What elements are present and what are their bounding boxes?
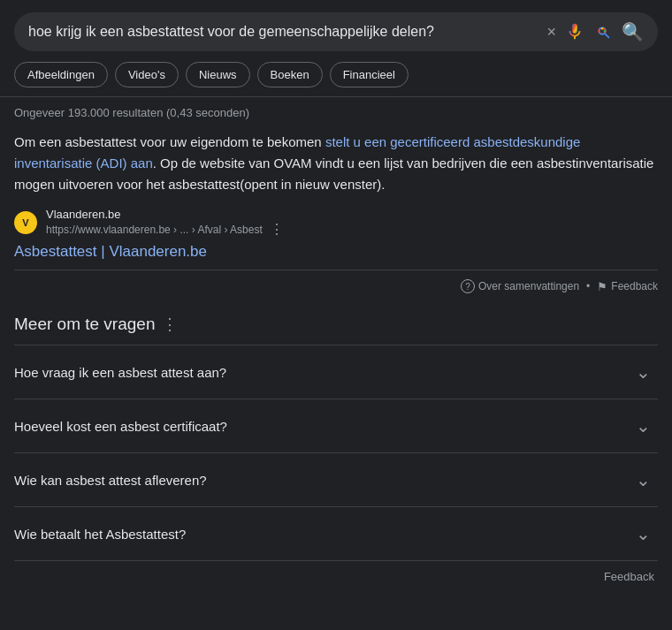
faq-item-4[interactable]: Wie betaalt het Asbestattest? ⌄ bbox=[14, 506, 658, 561]
bottom-feedback-text: Feedback bbox=[604, 570, 654, 583]
source-info: Vlaanderen.be https://www.vlaanderen.be … bbox=[46, 208, 284, 238]
source-row: V Vlaanderen.be https://www.vlaanderen.b… bbox=[14, 208, 658, 238]
snippet-text-before: Om een asbestattest voor uw eigendom te … bbox=[14, 134, 325, 149]
tab-financieel[interactable]: Financieel bbox=[330, 62, 409, 87]
svg-line-4 bbox=[605, 34, 608, 37]
source-url: https://www.vlaanderen.be › ... › Afval … bbox=[46, 221, 284, 238]
featured-snippet: Om een asbestattest voor uw eigendom te … bbox=[14, 132, 658, 195]
bottom-feedback-button[interactable]: Feedback bbox=[14, 561, 658, 592]
feedback-inline-text: Feedback bbox=[611, 280, 658, 292]
clear-search-icon[interactable]: × bbox=[546, 23, 556, 42]
tab-videos[interactable]: Video's bbox=[115, 62, 179, 87]
faq-question-4: Wie betaalt het Asbestattest? bbox=[14, 527, 186, 542]
search-submit-icon[interactable]: 🔍 bbox=[622, 21, 644, 42]
help-icon: ? bbox=[461, 279, 475, 293]
filter-tabs-container: Afbeeldingen Video's Nieuws Boeken Finan… bbox=[0, 62, 672, 97]
snippet-text: Om een asbestattest voor uw eigendom te … bbox=[14, 132, 658, 195]
faq-chevron-2: ⌄ bbox=[636, 415, 651, 436]
tab-afbeeldingen[interactable]: Afbeeldingen bbox=[14, 62, 108, 87]
source-options-icon[interactable]: ⋮ bbox=[270, 221, 284, 238]
summary-dot: • bbox=[586, 280, 590, 292]
faq-chevron-3: ⌄ bbox=[636, 469, 651, 490]
lens-search-icon[interactable] bbox=[593, 22, 613, 42]
source-name: Vlaanderen.be bbox=[46, 208, 284, 221]
flag-icon: ⚑ bbox=[597, 280, 607, 293]
faq-item-2[interactable]: Hoeveel kost een asbest certificaat? ⌄ bbox=[14, 398, 658, 452]
divider bbox=[14, 269, 658, 270]
more-questions-header: Meer om te vragen ⋮ bbox=[14, 315, 658, 334]
faq-question-1: Hoe vraag ik een asbest attest aan? bbox=[14, 365, 226, 380]
faq-chevron-4: ⌄ bbox=[636, 523, 651, 544]
summary-row: ? Over samenvattingen • ⚑ Feedback bbox=[14, 276, 658, 300]
search-bar[interactable]: hoe krijg ik een asbestattest voor de ge… bbox=[14, 12, 658, 51]
main-content: Om een asbestattest voor uw eigendom te … bbox=[0, 125, 672, 599]
source-favicon: V bbox=[14, 211, 37, 234]
svg-point-3 bbox=[603, 30, 606, 33]
faq-question-2: Hoeveel kost een asbest certificaat? bbox=[14, 419, 227, 434]
voice-search-icon[interactable] bbox=[565, 22, 584, 42]
over-samenvattingen-text: Over samenvattingen bbox=[478, 280, 579, 292]
tab-nieuws[interactable]: Nieuws bbox=[186, 62, 250, 87]
over-samenvattingen-button[interactable]: ? Over samenvattingen bbox=[461, 279, 579, 293]
tab-boeken[interactable]: Boeken bbox=[257, 62, 323, 87]
results-count: Ongeveer 193.000 resultaten (0,43 second… bbox=[0, 97, 672, 125]
svg-point-2 bbox=[601, 27, 604, 30]
result-title-link[interactable]: Asbestattest | Vlaanderen.be bbox=[14, 243, 658, 261]
more-questions-options-icon[interactable]: ⋮ bbox=[162, 315, 178, 334]
faq-item-1[interactable]: Hoe vraag ik een asbest attest aan? ⌄ bbox=[14, 345, 658, 398]
search-query-text: hoe krijg ik een asbestattest voor de ge… bbox=[28, 24, 538, 40]
feedback-inline-button[interactable]: ⚑ Feedback bbox=[597, 280, 658, 293]
more-questions-section: Meer om te vragen ⋮ Hoe vraag ik een asb… bbox=[14, 315, 658, 561]
faq-chevron-1: ⌄ bbox=[636, 361, 651, 383]
faq-item-3[interactable]: Wie kan asbest attest afleveren? ⌄ bbox=[14, 452, 658, 506]
faq-question-3: Wie kan asbest attest afleveren? bbox=[14, 473, 207, 488]
source-url-text: https://www.vlaanderen.be › ... › Afval … bbox=[46, 224, 263, 236]
more-questions-title: Meer om te vragen bbox=[14, 315, 155, 334]
